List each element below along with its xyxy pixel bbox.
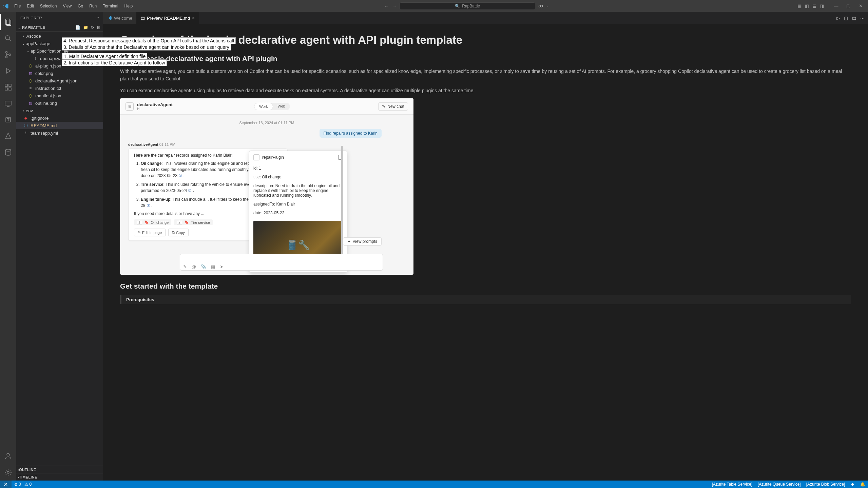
attach-icon[interactable]: 📎 [201, 264, 206, 269]
file-teamsapp[interactable]: !teamsapp.yml [16, 129, 103, 137]
mention-icon[interactable]: @ [192, 264, 196, 269]
grid-icon[interactable]: ▦ [211, 264, 215, 269]
extensions-activity-icon[interactable] [0, 79, 16, 95]
new-folder-icon[interactable]: 📁 [83, 25, 88, 30]
explorer-activity-icon[interactable] [0, 14, 16, 30]
search-text: RapBattle [462, 4, 480, 8]
file-instruction[interactable]: ≡instruction.txt [16, 84, 103, 92]
nav-back-icon[interactable]: ← [384, 3, 388, 8]
tab-welcome[interactable]: Welcome [103, 12, 137, 24]
azurite-blob-status[interactable]: [Azurite Blob Service] [806, 482, 845, 487]
window-maximize-button[interactable]: ▢ [844, 3, 853, 9]
toggle-primary-sidebar-icon[interactable]: ◧ [805, 3, 809, 8]
json-file-icon: {} [28, 94, 33, 98]
teams-toolkit-activity-icon[interactable]: T [0, 112, 16, 128]
layout-grid-icon[interactable]: ▦ [797, 3, 802, 8]
split-editor-icon[interactable]: ◫ [844, 16, 848, 21]
toggle-secondary-sidebar-icon[interactable]: ◨ [820, 3, 824, 8]
azurite-table-status[interactable]: [Azurite Table Service] [712, 482, 752, 487]
plugin-name: repairPlugin [262, 155, 284, 160]
toggle-panel-icon[interactable]: ⬓ [812, 3, 816, 8]
azure-activity-icon[interactable] [0, 128, 16, 144]
new-file-icon[interactable]: 📄 [75, 25, 80, 30]
remote-indicator[interactable] [0, 481, 12, 488]
edit-in-page-button[interactable]: ✎Edit in page [134, 229, 166, 236]
image-file-icon: ▨ [28, 71, 33, 76]
file-declarativeagent[interactable]: {}declarativeAgent.json [16, 77, 103, 84]
search-activity-icon[interactable] [0, 30, 16, 46]
send-icon[interactable]: ➤ [220, 264, 224, 269]
doc-p1: With the declarative agent, you can buil… [120, 67, 851, 83]
window-minimize-button[interactable]: — [831, 3, 841, 9]
file-outline[interactable]: ▨outline.png [16, 99, 103, 107]
command-center-search[interactable]: 🔍 RapBattle [400, 2, 535, 10]
project-header[interactable]: ⌄RAPBATTLE 📄 📁 ⟳ ⊟ [16, 24, 103, 31]
yaml-file-icon: ! [33, 56, 38, 60]
pop-desc: description: Need to drain the old engin… [253, 183, 343, 198]
activity-bar: T [0, 12, 16, 481]
file-manifest[interactable]: {}manifest.json [16, 92, 103, 99]
agent-sub: Hi [137, 107, 173, 111]
close-tab-icon[interactable]: × [192, 15, 195, 21]
error-count[interactable]: ⊗ 0 [14, 482, 21, 487]
wand-icon[interactable]: ✎ [183, 264, 187, 269]
menu-view[interactable]: View [60, 2, 74, 10]
menu-selection[interactable]: Selection [37, 2, 59, 10]
window-close-button[interactable]: ✕ [856, 3, 865, 9]
agent-avatar-icon: ⊞ [126, 102, 134, 111]
folder-env[interactable]: ›env [16, 107, 103, 114]
outline-section[interactable]: ›OUTLINE [16, 466, 103, 473]
menu-file[interactable]: File [12, 2, 23, 10]
copilot-icon[interactable] [538, 3, 543, 9]
database-activity-icon[interactable] [0, 144, 16, 160]
markdown-preview[interactable]: Overview of the basic declarative agent … [103, 24, 868, 481]
notifications-icon[interactable]: 🔔 [860, 482, 865, 487]
source-control-activity-icon[interactable] [0, 46, 16, 63]
collapse-all-icon[interactable]: ⊟ [97, 25, 100, 30]
chat-screenshot: ⊞ declarativeAgent Hi Work Web ✎New chat… [120, 98, 413, 275]
file-color[interactable]: ▨color.png [16, 70, 103, 77]
reference-chip[interactable]: 1🔖Oil change [134, 219, 171, 225]
run-debug-activity-icon[interactable] [0, 63, 16, 79]
reference-chip[interactable]: 2🔖Tire service [174, 219, 213, 225]
file-readme[interactable]: ⓘREADME.md [16, 122, 103, 129]
text-file-icon: ≡ [28, 86, 33, 90]
view-prompts-button[interactable]: ✦View prompts [343, 237, 382, 246]
pop-title: title: Oil change [253, 175, 343, 179]
remote-explorer-activity-icon[interactable] [0, 95, 16, 112]
svg-point-19 [5, 149, 11, 151]
sparkle-icon: ✦ [347, 239, 351, 244]
nav-forward-icon[interactable]: → [392, 3, 397, 8]
copy-button[interactable]: ⧉Copy [168, 229, 189, 236]
web-pill[interactable]: Web [273, 103, 290, 110]
menu-terminal[interactable]: Terminal [100, 2, 121, 10]
feedback-icon[interactable]: ☻ [850, 482, 855, 487]
run-preview-icon[interactable]: ▷ [836, 16, 840, 21]
new-chat-button[interactable]: ✎New chat [378, 102, 408, 111]
settings-activity-icon[interactable] [0, 464, 16, 481]
svg-point-8 [9, 54, 11, 56]
svg-marker-18 [5, 133, 11, 139]
status-bar: ⊗ 0 ⚠ 0 [Azurite Table Service] [Azurite… [0, 481, 868, 488]
refresh-icon[interactable]: ⟳ [91, 25, 94, 30]
menu-help[interactable]: Help [122, 2, 136, 10]
explorer-more-icon[interactable]: ⋯ [95, 16, 99, 20]
chevron-down-icon[interactable]: ⌄ [546, 4, 549, 8]
work-pill[interactable]: Work [254, 103, 273, 110]
json-file-icon: {} [28, 64, 33, 68]
menu-edit[interactable]: Edit [24, 2, 37, 10]
warning-count[interactable]: ⚠ 0 [24, 482, 32, 487]
open-changes-icon[interactable]: ▤ [852, 16, 856, 21]
timeline-section[interactable]: ›TIMELINE [16, 473, 103, 481]
accounts-activity-icon[interactable] [0, 448, 16, 464]
editor-more-icon[interactable]: ⋯ [860, 16, 865, 21]
svg-marker-9 [6, 69, 11, 73]
menu-run[interactable]: Run [86, 2, 99, 10]
menu-go[interactable]: Go [75, 2, 86, 10]
file-gitignore[interactable]: ◆.gitignore [16, 114, 103, 122]
pop-assigned: assignedTo: Karin Blair [253, 202, 343, 207]
tab-preview-readme[interactable]: ▤ Preview README.md × [137, 12, 199, 24]
blockquote-title: Prerequisites [126, 297, 846, 302]
doc-blockquote: Prerequisites [120, 295, 851, 304]
azurite-queue-status[interactable]: [Azurite Queue Service] [758, 482, 801, 487]
